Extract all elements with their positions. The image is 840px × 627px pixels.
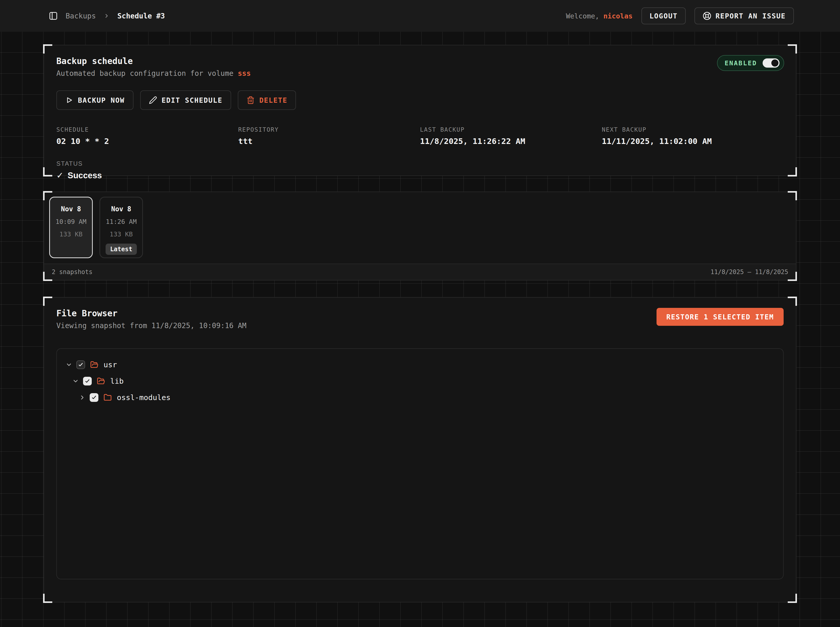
username: nicolas bbox=[603, 12, 633, 20]
field-label: LAST BACKUP bbox=[420, 126, 602, 133]
breadcrumb-section[interactable]: Backups bbox=[66, 12, 96, 20]
corner-bracket bbox=[43, 272, 52, 281]
trash-icon bbox=[246, 96, 255, 104]
tree-row-usr[interactable]: usr bbox=[64, 356, 776, 373]
welcome-text: Welcome, nicolas bbox=[566, 12, 633, 20]
corner-bracket bbox=[788, 44, 797, 54]
latest-badge: Latest bbox=[106, 244, 137, 255]
logout-label: LOGOUT bbox=[650, 12, 678, 20]
edit-schedule-label: EDIT SCHEDULE bbox=[162, 96, 223, 104]
snapshot-date: Nov 8 bbox=[50, 205, 92, 213]
volume-name: sss bbox=[238, 69, 251, 77]
status-block: STATUS ✓ Success bbox=[56, 160, 784, 180]
file-tree-panel: usr lib bbox=[56, 348, 784, 579]
field-last-backup: LAST BACKUP 11/8/2025, 11:26:22 AM bbox=[420, 126, 602, 146]
enabled-label: ENABLED bbox=[725, 60, 757, 67]
field-value: 02 10 * * 2 bbox=[56, 137, 238, 146]
status-label: STATUS bbox=[56, 160, 784, 167]
breadcrumb-current: Schedule #3 bbox=[117, 12, 165, 20]
field-value: ttt bbox=[238, 137, 420, 146]
tree-row-ossl-modules[interactable]: ossl-modules bbox=[64, 389, 776, 406]
folder-open-icon bbox=[90, 361, 98, 369]
field-value: 11/8/2025, 11:26:22 AM bbox=[420, 137, 602, 146]
tree-item-name[interactable]: usr bbox=[104, 360, 117, 369]
lifebuoy-icon bbox=[703, 11, 711, 20]
chevron-down-icon[interactable] bbox=[72, 378, 79, 384]
snapshots-section: Nov 8 10:09 AM 133 KB Nov 8 11:26 AM 133… bbox=[44, 192, 796, 280]
snapshot-date-range: 11/8/2025 – 11/8/2025 bbox=[711, 268, 788, 276]
check-icon: ✓ bbox=[56, 170, 63, 180]
folder-open-icon bbox=[97, 377, 105, 385]
chevron-down-icon[interactable] bbox=[66, 361, 72, 368]
schedule-actions: BACKUP NOW EDIT SCHEDULE DELETE bbox=[56, 90, 784, 110]
corner-bracket bbox=[43, 167, 52, 176]
snapshot-list: Nov 8 10:09 AM 133 KB Nov 8 11:26 AM 133… bbox=[44, 192, 796, 263]
snapshot-card[interactable]: Nov 8 11:26 AM 133 KB Latest bbox=[99, 197, 143, 258]
corner-bracket bbox=[43, 191, 52, 200]
checkbox-checked[interactable] bbox=[83, 377, 92, 386]
field-value: 11/11/2025, 11:02:00 AM bbox=[602, 137, 784, 146]
checkbox-checked[interactable] bbox=[90, 393, 98, 402]
page-background: Backups Schedule #3 Welcome, nicolas LOG… bbox=[0, 0, 840, 627]
snapshots-footer: 2 snapshots 11/8/2025 – 11/8/2025 bbox=[44, 263, 796, 280]
snapshot-size: 133 KB bbox=[50, 230, 92, 238]
file-browser-card: File Browser Viewing snapshot from 11/8/… bbox=[44, 297, 796, 602]
status-text: Success bbox=[68, 170, 102, 180]
snapshot-time: 10:09 AM bbox=[50, 218, 92, 225]
delete-button[interactable]: DELETE bbox=[238, 90, 296, 110]
tree-item-name[interactable]: ossl-modules bbox=[117, 393, 171, 402]
breadcrumb-separator-icon bbox=[104, 13, 110, 19]
snapshot-size: 133 KB bbox=[100, 230, 142, 238]
field-repository: REPOSITORY ttt bbox=[238, 126, 420, 146]
switch-knob bbox=[771, 59, 779, 67]
snapshot-count: 2 snapshots bbox=[52, 268, 93, 276]
corner-bracket bbox=[43, 594, 52, 603]
backup-schedule-card: Backup schedule Automated backup configu… bbox=[44, 45, 796, 176]
corner-bracket bbox=[788, 272, 797, 281]
play-icon bbox=[65, 96, 73, 104]
corner-bracket bbox=[788, 296, 797, 306]
snapshot-time: 11:26 AM bbox=[100, 218, 142, 225]
top-bar: Backups Schedule #3 Welcome, nicolas LOG… bbox=[0, 0, 840, 32]
subtitle-prefix: Automated backup configuration for volum… bbox=[56, 69, 238, 77]
report-issue-button[interactable]: REPORT AN ISSUE bbox=[695, 8, 794, 24]
breadcrumb: Backups Schedule #3 bbox=[49, 11, 165, 20]
backup-now-label: BACKUP NOW bbox=[78, 96, 125, 104]
enabled-toggle-pill[interactable]: ENABLED bbox=[717, 55, 784, 71]
checkbox-partial[interactable] bbox=[76, 360, 85, 369]
corner-bracket bbox=[788, 167, 797, 176]
tree-item-name[interactable]: lib bbox=[110, 377, 123, 386]
welcome-prefix: Welcome, bbox=[566, 12, 599, 20]
chevron-right-icon[interactable] bbox=[79, 394, 85, 401]
corner-bracket bbox=[788, 191, 797, 200]
field-schedule: SCHEDULE 02 10 * * 2 bbox=[56, 126, 238, 146]
tree-row-lib[interactable]: lib bbox=[64, 373, 776, 389]
snapshot-card-selected[interactable]: Nov 8 10:09 AM 133 KB bbox=[49, 197, 93, 258]
corner-bracket bbox=[43, 296, 52, 306]
schedule-card-subtitle: Automated backup configuration for volum… bbox=[56, 69, 784, 77]
field-next-backup: NEXT BACKUP 11/11/2025, 11:02:00 AM bbox=[602, 126, 784, 146]
field-label: REPOSITORY bbox=[238, 126, 420, 133]
schedule-info-grid: SCHEDULE 02 10 * * 2 REPOSITORY ttt LAST… bbox=[56, 126, 784, 146]
enabled-switch[interactable] bbox=[763, 58, 780, 68]
corner-bracket bbox=[788, 594, 797, 603]
report-issue-label: REPORT AN ISSUE bbox=[715, 12, 786, 20]
field-label: SCHEDULE bbox=[56, 126, 238, 133]
logout-button[interactable]: LOGOUT bbox=[641, 8, 686, 24]
field-label: NEXT BACKUP bbox=[602, 126, 784, 133]
corner-bracket bbox=[43, 44, 52, 54]
sidebar-toggle-icon[interactable] bbox=[49, 11, 58, 20]
status-value: ✓ Success bbox=[56, 170, 784, 180]
delete-label: DELETE bbox=[259, 96, 287, 104]
edit-schedule-button[interactable]: EDIT SCHEDULE bbox=[140, 90, 231, 110]
pencil-icon bbox=[149, 96, 157, 104]
snapshot-date: Nov 8 bbox=[100, 205, 142, 213]
folder-icon bbox=[104, 394, 112, 402]
restore-selected-button[interactable]: RESTORE 1 SELECTED ITEM bbox=[657, 308, 784, 326]
backup-now-button[interactable]: BACKUP NOW bbox=[56, 90, 134, 110]
top-bar-right: Welcome, nicolas LOGOUT REPORT AN ISSUE bbox=[566, 8, 794, 24]
schedule-card-title: Backup schedule bbox=[56, 56, 784, 66]
